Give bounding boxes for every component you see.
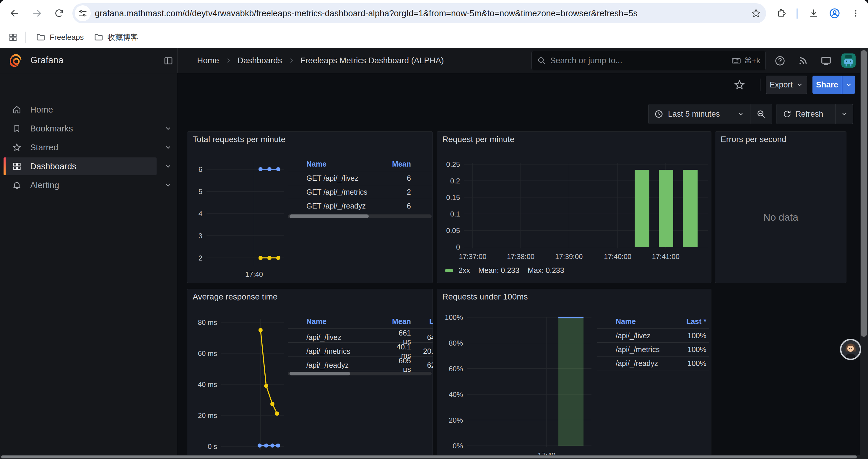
sidebar-item-label: Starred xyxy=(30,143,58,153)
svg-text:60%: 60% xyxy=(449,365,463,373)
sidebar-item-home[interactable]: Home xyxy=(4,101,157,119)
legend-col-mean[interactable]: Mean xyxy=(389,317,411,326)
floating-assistant-avatar[interactable] xyxy=(840,339,861,360)
reload-icon[interactable] xyxy=(51,5,67,22)
chevron-down-icon[interactable] xyxy=(164,143,173,151)
toolbar-divider xyxy=(760,78,761,91)
bookmark-star-icon[interactable] xyxy=(748,5,764,22)
breadcrumb-dashboards[interactable]: Dashboards xyxy=(238,56,282,65)
series-swatch xyxy=(445,269,453,272)
search-input[interactable]: Search or jump to... ⌘+k xyxy=(531,51,766,70)
sidebar-item-bookmarks[interactable]: Bookmarks xyxy=(4,120,157,137)
grafana-logo[interactable] xyxy=(9,54,23,69)
url-bar[interactable]: grafana.mathmast.com/d/deytv4rwavabkb/fr… xyxy=(72,3,766,23)
legend-row[interactable]: /api/_/readyz 100% xyxy=(597,357,709,370)
extensions-icon[interactable] xyxy=(773,5,790,22)
site-settings-icon[interactable] xyxy=(75,5,91,21)
chevron-down-icon[interactable] xyxy=(164,182,173,189)
legend-col-name[interactable]: Name xyxy=(306,160,389,168)
svg-text:5: 5 xyxy=(198,188,203,196)
svg-text:4: 4 xyxy=(198,210,203,218)
panel-requests-under-100ms[interactable]: Requests under 100ms 100%80%60%40%20%0%1… xyxy=(437,289,711,459)
legend-col-last[interactable]: Last * xyxy=(411,317,433,326)
horizontal-scrollbar-thumb[interactable] xyxy=(1,455,857,458)
sidebar-item-dashboards[interactable]: Dashboards xyxy=(4,157,157,175)
svg-text:100%: 100% xyxy=(445,314,463,321)
bookmark-folder-blogs[interactable]: 收藏博客 xyxy=(94,32,138,42)
legend-scrollbar[interactable] xyxy=(288,215,432,218)
svg-text:0%: 0% xyxy=(453,442,463,450)
bookmark-folder-freeleaps[interactable]: Freeleaps xyxy=(36,32,84,42)
legend-col-name[interactable]: Name xyxy=(306,317,389,326)
favorite-dashboard-star-icon[interactable] xyxy=(733,78,747,92)
svg-text:0.05: 0.05 xyxy=(446,227,460,234)
legend-row[interactable]: GET /api/_/livez 6 xyxy=(288,171,433,185)
help-icon[interactable] xyxy=(773,54,787,68)
zoom-out-button[interactable] xyxy=(750,104,772,124)
export-button[interactable]: Export xyxy=(766,76,807,94)
user-avatar[interactable] xyxy=(841,54,856,68)
vertical-scrollbar[interactable] xyxy=(860,48,868,459)
bookmarks-divider xyxy=(25,32,26,43)
svg-text:17:39:00: 17:39:00 xyxy=(555,253,583,261)
panel-request-per-minute[interactable]: Request per minute 0.250.20.150.10.05017… xyxy=(437,131,711,283)
refresh-interval-dropdown[interactable] xyxy=(836,104,853,124)
svg-text:80 ms: 80 ms xyxy=(198,319,217,326)
back-icon[interactable] xyxy=(6,5,23,22)
svg-text:0.15: 0.15 xyxy=(446,193,460,201)
no-data-label: No data xyxy=(715,211,846,223)
forward-icon[interactable] xyxy=(29,5,45,22)
clock-icon xyxy=(654,109,663,119)
legend-row[interactable]: GET /api/_/readyz 6 xyxy=(288,199,433,213)
legend-row[interactable]: /api/_/readyz 605 µs 620 µs xyxy=(288,357,433,370)
legend-row[interactable]: /api/_/livez 661 µs 646 µs xyxy=(288,329,433,342)
time-range-picker[interactable]: Last 5 minutes xyxy=(649,104,750,124)
keyboard-icon xyxy=(731,56,741,66)
legend-col-name[interactable]: Name xyxy=(616,317,672,326)
legend-col-mean[interactable]: Mean xyxy=(389,160,411,168)
legend-line[interactable]: 2xx Mean: 0.233 Max: 0.233 xyxy=(445,266,564,275)
kiosk-monitor-icon[interactable] xyxy=(819,54,833,68)
chevron-right-icon xyxy=(288,57,294,64)
mega-menu-toggle-icon[interactable] xyxy=(163,56,174,67)
url-text[interactable]: grafana.mathmast.com/d/deytv4rwavabkb/fr… xyxy=(95,8,748,18)
sidebar-item-alerting[interactable]: Alerting xyxy=(4,176,157,194)
share-dropdown-button[interactable] xyxy=(842,76,855,94)
vertical-scrollbar-thumb[interactable] xyxy=(861,50,867,337)
legend-row[interactable]: /api/_/livez 100% xyxy=(597,329,709,342)
legend-scrollbar[interactable] xyxy=(288,372,432,375)
legend-row[interactable]: /api/_/metrics 40.1 ms 20.5 ms xyxy=(288,342,433,357)
zoom-out-icon xyxy=(756,109,766,119)
legend-table: Name Mean GET /api/_/livez 6 GET /api/_/… xyxy=(288,157,433,227)
panel-title[interactable]: Errors per second xyxy=(720,135,786,144)
breadcrumb-home[interactable]: Home xyxy=(197,56,219,65)
news-rss-icon[interactable] xyxy=(796,54,810,68)
sidebar-item-starred[interactable]: Starred xyxy=(4,138,157,156)
chevron-down-icon[interactable] xyxy=(164,125,173,132)
horizontal-scrollbar[interactable] xyxy=(0,455,860,459)
panel-errors-per-second[interactable]: Errors per second No data xyxy=(715,131,846,283)
panel-average-response-time[interactable]: Average response time 80 ms60 ms40 ms20 … xyxy=(187,289,433,459)
refresh-button[interactable]: Refresh xyxy=(776,104,836,124)
chevron-down-icon[interactable] xyxy=(164,162,173,170)
legend-row[interactable]: /api/_/metrics 100% xyxy=(597,342,709,357)
legend-row[interactable]: GET /api/_/metrics 2 xyxy=(288,185,433,199)
apps-grid-icon[interactable] xyxy=(8,32,18,42)
legend-table: Name Last * /api/_/livez 100% /api/_/met… xyxy=(597,315,709,370)
share-button[interactable]: Share xyxy=(812,76,842,94)
panel-total-requests-per-minute[interactable]: Total requests per minute 6543217:40 Nam… xyxy=(187,131,433,283)
svg-text:20 ms: 20 ms xyxy=(198,412,217,419)
bar-chart: 0.250.20.150.10.05017:37:0017:38:0017:39… xyxy=(437,132,712,283)
chevron-down-icon xyxy=(845,81,852,88)
refresh-icon xyxy=(782,109,791,119)
downloads-icon[interactable] xyxy=(805,5,822,22)
search-icon xyxy=(537,56,546,65)
menu-kebab-icon[interactable] xyxy=(847,5,864,22)
svg-text:17:40: 17:40 xyxy=(245,270,263,278)
svg-text:6: 6 xyxy=(198,165,203,173)
svg-text:17:40:00: 17:40:00 xyxy=(604,253,631,261)
profile-icon[interactable] xyxy=(826,5,843,22)
svg-text:0.2: 0.2 xyxy=(450,177,460,185)
refresh-controls: Refresh xyxy=(776,104,853,124)
legend-col-last[interactable]: Last * xyxy=(672,317,706,326)
